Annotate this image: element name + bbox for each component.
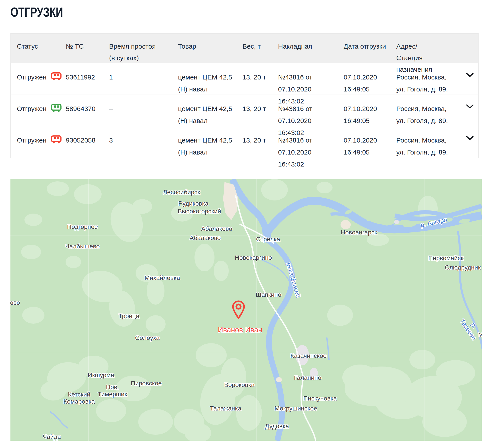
page-title: ОТГРУЗКИ — [10, 4, 63, 20]
wagon-icon — [51, 72, 62, 81]
vehicle-number: 53611992 — [66, 63, 109, 83]
town-label: Троица — [118, 312, 139, 320]
weight: 13, 20 т — [242, 95, 278, 115]
town-label: Подгорное — [67, 223, 98, 231]
header-ship-date: Дата отгрузки — [344, 33, 396, 52]
wagon-icon — [51, 135, 62, 144]
location-pin-icon[interactable] — [232, 300, 245, 320]
town-label: Рудиковка — [178, 200, 208, 207]
town-label: Икшурма — [88, 372, 114, 379]
product: цемент ЦЕМ 42,5 (Н) навал — [178, 95, 242, 127]
vehicle-number: 93052058 — [66, 126, 109, 146]
town-label: Пировское — [131, 380, 162, 387]
town-label: Шапкино — [256, 291, 281, 298]
vehicle-number: 58964370 — [66, 95, 109, 115]
ship-date: 07.10.2020 16:49:05 — [344, 126, 396, 158]
table-row: Отгружен 93052058 3 цемент ЦЕМ 42,5 (Н) … — [11, 126, 478, 158]
town-label: Галанино — [294, 374, 321, 381]
chevron-down-icon — [466, 136, 474, 141]
address: Россия, Москва, ул. Гоголя, д. 89. — [396, 63, 461, 95]
header-spacer — [461, 33, 478, 41]
expand-row-button[interactable] — [465, 104, 474, 109]
ship-date: 07.10.2020 16:49:05 — [344, 63, 396, 95]
town-label: Абалаково — [190, 234, 221, 241]
town-label: Солоуха — [135, 334, 160, 341]
product: цемент ЦЕМ 42,5 (Н) навал — [178, 126, 242, 158]
idle-days: 1 — [109, 63, 178, 83]
header-idle-time: Время простоя (в сутках) — [109, 33, 178, 64]
status-cell: Отгружен — [17, 95, 66, 115]
town-label: Пискуновка — [303, 395, 337, 402]
town-label: ково — [10, 299, 20, 306]
town-label: М — [478, 331, 482, 338]
weight: 13, 20 т — [242, 126, 278, 146]
wagon-icon — [51, 103, 62, 113]
address: Россия, Москва, ул. Гоголя, д. 89. — [396, 126, 461, 158]
town-label: Талажанка — [210, 405, 241, 412]
header-invoice: Накладная — [278, 33, 344, 52]
town-label: Дудовка — [265, 423, 289, 430]
town-label: Стрелка — [256, 236, 280, 243]
town-label: Лесосибирск — [163, 189, 200, 196]
status-text: Отгружен — [17, 71, 46, 83]
town-label: Новокаргино — [235, 254, 272, 261]
town-label: Кетский Комаровка — [63, 391, 95, 405]
invoice: №43816 от 07.10.2020 16:43:02 — [278, 126, 344, 170]
chevron-down-icon — [466, 104, 474, 109]
status-cell: Отгружен — [17, 126, 66, 146]
town-label: Новоангарск — [341, 229, 377, 236]
town-label: Первомайск — [428, 255, 464, 262]
weight: 13, 20 т — [242, 63, 278, 83]
status-text: Отгружен — [17, 103, 46, 115]
town-label: Чайда — [43, 433, 61, 440]
map-canvas[interactable]: ЛесосибирскРудиковкаВысокогорскийАбалако… — [10, 179, 482, 441]
status-text: Отгружен — [17, 134, 46, 146]
town-label: Высокогорский — [178, 208, 221, 215]
chevron-down-icon — [466, 72, 474, 78]
town-label: Вороковка — [224, 381, 255, 389]
town-label: Нов. Тимершик — [98, 384, 127, 398]
town-label: Абалаково — [201, 225, 232, 232]
town-label: Михайловка — [144, 274, 180, 281]
idle-days: 3 — [109, 126, 178, 146]
table-header-row: Статус № ТС Время простоя (в сутках) Тов… — [11, 33, 478, 63]
town-label: Чалбышево — [65, 243, 100, 250]
header-weight: Вес, т — [242, 33, 278, 52]
ship-date: 07.10.2020 16:49:05 — [344, 95, 396, 127]
status-cell: Отгружен — [17, 63, 66, 83]
expand-row-button[interactable] — [465, 72, 474, 78]
expand-row-button[interactable] — [465, 136, 474, 141]
header-vehicle-number: № ТС — [66, 33, 109, 52]
idle-days: – — [109, 95, 178, 115]
town-label: Мокрушинское — [274, 405, 317, 412]
table-row: Отгружен 58964370 – цемент ЦЕМ 42,5 (Н) … — [11, 95, 478, 126]
town-label: Слюдрудник — [445, 264, 481, 271]
table-row: Отгружен 53611992 1 цемент ЦЕМ 42,5 (Н) … — [11, 63, 478, 95]
town-label: Казачинское — [290, 352, 327, 360]
header-product: Товар — [178, 33, 242, 52]
product: цемент ЦЕМ 42,5 (Н) навал — [178, 63, 242, 95]
marker-label: Иванов Иван — [218, 326, 262, 334]
address: Россия, Москва, ул. Гоголя, д. 89. — [396, 95, 461, 127]
shipments-table: Статус № ТС Время простоя (в сутках) Тов… — [10, 33, 479, 158]
header-status: Статус — [17, 33, 66, 52]
